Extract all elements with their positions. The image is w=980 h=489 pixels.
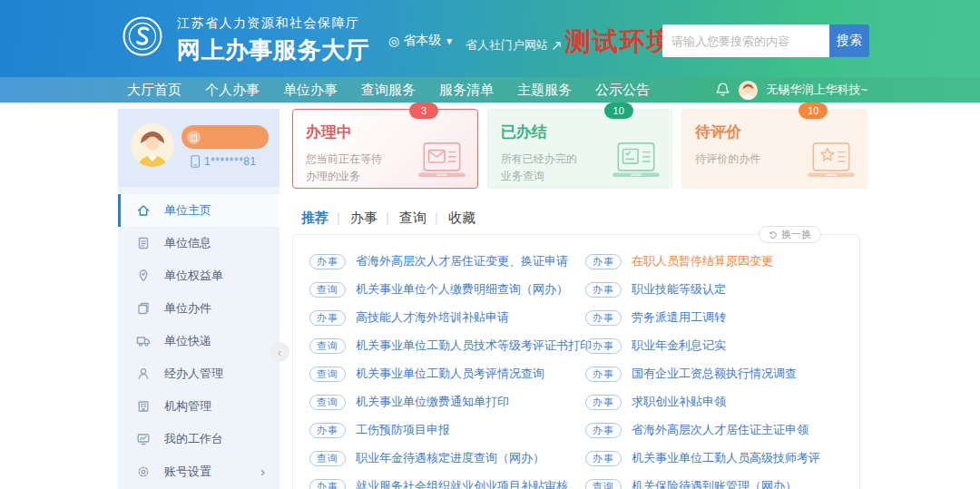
org-name: 江苏省人力资源和社会保障厅: [177, 15, 369, 32]
service-link[interactable]: 国有企业工资总额执行情况调查: [632, 366, 797, 382]
count-badge: 3: [409, 103, 438, 119]
status-card-in-progress[interactable]: 3办理中您当前正在等待办理的业务: [292, 109, 478, 189]
tab-services[interactable]: 办事: [339, 209, 388, 230]
sidebar-item-org-management[interactable]: 机构管理: [118, 390, 279, 423]
sidebar-item-account-settings[interactable]: 账号设置›: [118, 455, 279, 488]
sidebar-collapse-handle[interactable]: ‹: [270, 342, 289, 362]
nav-item-public-notices[interactable]: 公示公告: [583, 77, 662, 103]
card-title: 办理中: [306, 122, 465, 142]
nav-item-unit-services[interactable]: 单位办事: [271, 77, 349, 103]
bell-icon[interactable]: [715, 82, 730, 98]
masked-phone: 1*******81: [204, 155, 257, 168]
nav-item-personal-services[interactable]: 个人办事: [193, 77, 271, 103]
nav-user-name[interactable]: 无锡华润上华科技~: [766, 82, 867, 98]
service-panel: 换一换 办事省海外高层次人才居住证变更、换证申请查询机关事业单位个人缴费明细查询…: [292, 234, 860, 489]
service-link[interactable]: 劳务派遣用工调转: [632, 309, 726, 326]
service-item[interactable]: 办事在职人员暂停结算原因变更: [585, 253, 859, 269]
service-item[interactable]: 办事工伤预防项目申报: [309, 422, 585, 438]
service-link[interactable]: 高技能人才海外培训补贴申请: [356, 309, 509, 326]
sidebar-item-unit-cases[interactable]: 单位办件: [118, 292, 279, 325]
card-title: 待评价: [695, 122, 854, 142]
sidebar-item-label: 机构管理: [164, 398, 211, 415]
monitor-chart-icon: [136, 432, 151, 446]
tab-favorites[interactable]: 收藏: [437, 209, 486, 230]
sidebar-item-label: 单位主页: [164, 202, 211, 219]
nav-item-query-services[interactable]: 查询服务: [349, 77, 427, 103]
service-link[interactable]: 机关事业单位个人缴费明细查询（网办）: [356, 281, 568, 298]
sidebar-item-unit-info[interactable]: 单位信息: [118, 227, 279, 259]
service-link[interactable]: 机关事业单位工勤人员考评情况查询: [356, 366, 544, 382]
site-header: 江苏省人力资源和社会保障厅 网上办事服务大厅 ◎ 省本级 ▼ 省人社门户网站 测…: [0, 0, 980, 77]
service-link[interactable]: 省海外高层次人才居住证主证申领: [632, 422, 808, 438]
service-type-badge: 办事: [309, 423, 346, 438]
service-link[interactable]: 职业年金待遇核定进度查询（网办）: [356, 450, 544, 466]
service-item[interactable]: 办事职业年金利息记实: [585, 337, 859, 354]
service-link[interactable]: 机关事业单位工勤人员高级技师考评: [632, 450, 820, 466]
service-item[interactable]: 查询机关事业单位工勤人员考评情况查询: [309, 366, 585, 382]
service-link[interactable]: 求职创业补贴申领: [632, 394, 726, 410]
sidebar-item-label: 单位快递: [164, 333, 211, 349]
test-environment-watermark: 测试环境: [565, 24, 674, 59]
service-type-badge: 办事: [309, 254, 346, 269]
service-item[interactable]: 办事求职创业补贴申领: [585, 394, 859, 410]
user-avatar[interactable]: [739, 81, 758, 100]
service-type-badge: 办事: [585, 254, 622, 269]
service-type-badge: 查询: [309, 451, 346, 466]
service-item[interactable]: 办事机关事业单位工勤人员高级技师考评: [585, 450, 859, 466]
sidebar: 1*******81 单位主页单位信息单位权益单单位办件单位快递经办人管理机构管…: [118, 109, 279, 489]
service-link[interactable]: 机关保险待遇到账管理（网办）: [632, 478, 797, 489]
sidebar-item-agent-management[interactable]: 经办人管理: [118, 357, 279, 390]
sidebar-item-unit-express[interactable]: 单位快递: [118, 325, 279, 357]
nav-item-service-list[interactable]: 服务清单: [427, 77, 505, 103]
service-link[interactable]: 机关事业单位工勤人员技术等级考评证书打印: [356, 337, 592, 354]
portal-site-link[interactable]: 省人社门户网站: [466, 37, 562, 54]
sidebar-item-label: 账号设置: [164, 464, 211, 480]
service-item[interactable]: 办事劳务派遣用工调转: [585, 309, 859, 326]
service-item[interactable]: 办事职业技能等级认定: [585, 281, 859, 298]
service-link[interactable]: 职业技能等级认定: [632, 281, 726, 298]
service-item[interactable]: 办事高技能人才海外培训补贴申请: [309, 309, 585, 326]
pin-check-icon: [136, 269, 151, 283]
refresh-button[interactable]: 换一换: [759, 226, 821, 243]
search-button[interactable]: 搜索: [829, 24, 869, 57]
service-type-badge: 办事: [585, 310, 622, 326]
site-logo-icon: [122, 16, 162, 56]
service-item[interactable]: 办事国有企业工资总额执行情况调查: [585, 366, 859, 382]
service-item[interactable]: 查询机关事业单位个人缴费明细查询（网办）: [309, 281, 585, 298]
service-link[interactable]: 机关事业单位缴费通知单打印: [356, 394, 509, 410]
search-input[interactable]: [662, 24, 829, 57]
service-type-badge: 查询: [309, 395, 346, 410]
service-type-badge: 查询: [309, 282, 346, 298]
tab-recommend[interactable]: 推荐: [296, 209, 339, 230]
sidebar-item-label: 单位信息: [164, 235, 211, 251]
status-card-completed[interactable]: 10已办结所有已经办完的业务查询: [487, 109, 673, 189]
nav-item-theme-services[interactable]: 主题服务: [505, 77, 583, 103]
nav-item-hall-home[interactable]: 大厅首页: [115, 77, 193, 103]
service-item[interactable]: 查询职业年金待遇核定进度查询（网办）: [309, 450, 585, 466]
home-icon: [136, 203, 151, 218]
service-item[interactable]: 查询机关保险待遇到账管理（网办）: [585, 478, 859, 489]
sidebar-item-unit-home[interactable]: 单位主页: [118, 194, 279, 227]
service-item[interactable]: 查询机关事业单位工勤人员技术等级考评证书打印: [309, 337, 585, 354]
service-link[interactable]: 在职人员暂停结算原因变更: [632, 253, 773, 269]
service-item[interactable]: 查询机关事业单位缴费通知单打印: [309, 394, 585, 410]
service-link[interactable]: 省海外高层次人才居住证变更、换证申请: [356, 253, 568, 269]
service-type-badge: 查询: [309, 338, 346, 354]
service-link[interactable]: 职业年金利息记实: [632, 337, 726, 354]
service-item[interactable]: 办事就业服务社会组织就业创业项目补贴审核: [309, 478, 585, 489]
status-card-to-evaluate[interactable]: 10待评价待评价的办件: [681, 109, 867, 189]
main-nav: 大厅首页个人办事单位办事查询服务服务清单主题服务公示公告 无锡华润上华科技~: [0, 77, 980, 103]
region-selector[interactable]: ◎ 省本级 ▼: [388, 33, 454, 49]
chevron-right-icon: ›: [260, 465, 265, 479]
tab-query[interactable]: 查询: [388, 209, 437, 230]
sidebar-item-label: 单位权益单: [164, 268, 223, 284]
service-link[interactable]: 工伤预防项目申报: [356, 422, 450, 438]
sidebar-item-my-workbench[interactable]: 我的工作台: [118, 423, 279, 455]
service-item[interactable]: 办事省海外高层次人才居住证主证申领: [585, 422, 859, 438]
company-badge-icon: [187, 131, 201, 144]
site-titles: 江苏省人力资源和社会保障厅 网上办事服务大厅: [177, 15, 369, 66]
sidebar-item-unit-rights[interactable]: 单位权益单: [118, 259, 279, 292]
service-item[interactable]: 办事省海外高层次人才居住证变更、换证申请: [309, 253, 585, 269]
page-title: 网上办事服务大厅: [177, 34, 369, 66]
service-link[interactable]: 就业服务社会组织就业创业项目补贴审核: [356, 478, 568, 489]
